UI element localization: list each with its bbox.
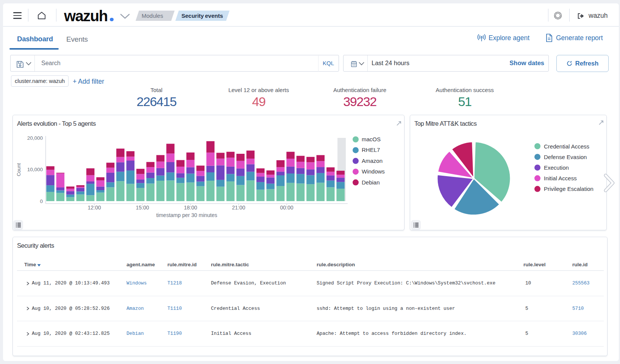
svg-text:10,000: 10,000 — [27, 167, 43, 172]
svg-text:20,000: 20,000 — [27, 135, 43, 141]
svg-text:18:00: 18:00 — [184, 205, 197, 211]
svg-text:Execution: Execution — [544, 164, 569, 171]
svg-text:Windows: Windows — [362, 168, 385, 175]
svg-text:Credential Access: Credential Access — [544, 143, 589, 150]
svg-text:Count: Count — [16, 163, 22, 176]
svg-text:Debian: Debian — [362, 179, 380, 186]
svg-text:Defense Evasion: Defense Evasion — [544, 154, 587, 160]
svg-text:Initial Access: Initial Access — [544, 175, 577, 181]
svg-text:timestamp per 30 minutes: timestamp per 30 minutes — [156, 212, 217, 218]
svg-text:00:00: 00:00 — [280, 205, 293, 211]
svg-text:15:00: 15:00 — [136, 205, 149, 211]
svg-text:0: 0 — [40, 198, 43, 204]
svg-text:12:00: 12:00 — [87, 205, 101, 211]
svg-text:21:00: 21:00 — [232, 205, 245, 211]
svg-text:RHEL7: RHEL7 — [362, 147, 380, 153]
svg-text:Privilege Escalation: Privilege Escalation — [544, 186, 593, 192]
svg-text:macOS: macOS — [362, 136, 381, 142]
svg-text:Amazon: Amazon — [362, 158, 383, 164]
